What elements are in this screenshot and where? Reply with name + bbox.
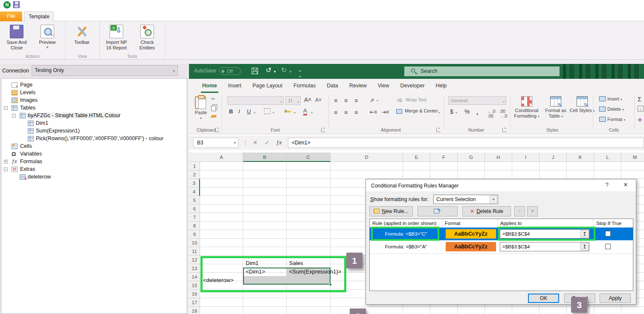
decrease-font-icon[interactable]: A˅ (315, 97, 322, 103)
row-header-8[interactable]: 8 (189, 222, 200, 230)
cancel-entry-icon[interactable]: ✕ (253, 138, 258, 148)
font-dialog-launcher-icon[interactable] (321, 128, 325, 132)
collapse-icon[interactable]: - (4, 106, 8, 110)
fill-color-icon[interactable]: ◊ (284, 108, 291, 112)
tree-item-levels[interactable]: Levels (1, 89, 35, 97)
tree-item-cells[interactable]: Cells (1, 143, 32, 150)
alignment-dialog-launcher-icon[interactable] (436, 128, 441, 132)
rule-row-1[interactable]: Formula: =$B3="C"AaBbCcYyZz=$B$3:$C$4↥ (370, 228, 633, 240)
import-np-16-report-button[interactable]: Import NP 16 Report (103, 24, 130, 50)
row-header-9[interactable]: 9 (189, 230, 200, 239)
tree-item-page[interactable]: Page (1, 81, 32, 89)
orientation-icon[interactable]: ⇗ (370, 97, 374, 104)
format-cells-button[interactable]: Format ▾ (599, 117, 625, 122)
delete-cells-button[interactable]: Delete ▾ (599, 107, 624, 112)
collapse-dialog-icon[interactable]: ↥ (580, 243, 589, 251)
row-header-6[interactable]: 6 (189, 205, 200, 213)
move-rule-down-button[interactable]: ˅ (527, 206, 538, 216)
save-icon[interactable] (13, 1, 20, 8)
accounting-format-icon[interactable]: $ (450, 108, 453, 115)
borders-icon[interactable] (264, 108, 270, 114)
row-header-7[interactable]: 7 (189, 213, 200, 222)
stop-if-true-checkbox[interactable] (605, 244, 611, 249)
connection-select[interactable]: Testing Only ▾ (32, 65, 178, 76)
save-and-close-button[interactable]: Save And Close (3, 24, 30, 50)
tab-file[interactable]: File (0, 12, 22, 21)
collapse-icon[interactable]: - (12, 114, 16, 118)
name-box[interactable]: B3 ▾ (193, 138, 238, 148)
collapse-icon[interactable]: - (4, 167, 8, 171)
autosave-toggle[interactable]: Off (219, 67, 241, 75)
row-header-1[interactable]: 1 (189, 162, 200, 170)
tree-item-formulas[interactable]: +ƒxFormulas (1, 158, 42, 166)
tree-item-images[interactable]: Images (1, 97, 38, 104)
ok-button[interactable]: OK (528, 294, 559, 303)
font-name-select[interactable]: ▾ (227, 96, 284, 105)
save-icon[interactable] (252, 68, 258, 74)
column-header-I[interactable]: I (512, 153, 540, 162)
bold-icon[interactable]: B (229, 108, 233, 115)
tree-item-pickrownoff000000ff000000ff[interactable]: Pick(Rowno(),'#FF0000','#00FF00','#0000F… (1, 135, 163, 143)
expand-icon[interactable]: + (4, 160, 8, 164)
rule-applies-to-input[interactable]: =$B$3:$C$4↥ (500, 242, 589, 251)
font-color-icon[interactable]: A (303, 107, 307, 115)
increase-indent-icon[interactable]: ⇥≡ (382, 109, 389, 115)
column-header-D[interactable]: D (331, 153, 403, 162)
ribbon-tab-help[interactable]: Help (430, 79, 453, 93)
align-center-icon[interactable]: ≡ (344, 109, 348, 116)
chevron-down-icon[interactable]: ▾ (294, 111, 296, 115)
column-header-E[interactable]: E (403, 153, 430, 162)
row-header-13[interactable]: 13 (189, 264, 200, 273)
number-dialog-launcher-icon[interactable] (502, 128, 507, 132)
edit-rule-button[interactable]: Edit Rule... (418, 206, 458, 216)
percent-style-icon[interactable]: % (464, 108, 470, 115)
insert-function-icon[interactable]: ƒx (276, 138, 282, 148)
apply-button[interactable]: Apply (600, 294, 631, 303)
tree-item-tables[interactable]: -Tables (1, 104, 35, 112)
merge-center-icon[interactable] (396, 109, 402, 114)
column-header-B[interactable]: B (243, 153, 287, 162)
format-as-table-button[interactable]: Format as Table ▾ (542, 96, 569, 119)
ribbon-tab-view[interactable]: View (372, 79, 395, 93)
rule-row-2[interactable]: Formula: =$B3="A"AaBbCcYyZz=$B$3:$C$4↥ (370, 240, 633, 253)
customize-quick-access-icon[interactable]: ⌄⌄ (298, 67, 302, 78)
tree-item-extras[interactable]: -Extras (1, 166, 35, 173)
row-header-10[interactable]: 10 (189, 239, 200, 247)
row-header-17[interactable]: 17 (189, 298, 200, 307)
toolbar-button[interactable]: Toolbar (69, 24, 95, 45)
check-entities-button[interactable]: Check Entities (134, 24, 160, 50)
clipboard-dialog-launcher-icon[interactable] (215, 128, 220, 132)
formula-input[interactable]: <Dim1> (288, 138, 644, 148)
increase-font-icon[interactable]: A˄ (304, 96, 312, 103)
column-header-A[interactable]: A (200, 153, 243, 162)
paste-button[interactable]: Paste▾ (195, 110, 207, 120)
column-header-F[interactable]: F (430, 153, 458, 162)
chevron-down-icon[interactable]: ▾ (438, 111, 440, 115)
fill-icon[interactable]: ↓ (638, 106, 644, 112)
underline-icon[interactable]: U (247, 108, 251, 115)
row-header-14[interactable]: 14 (189, 273, 200, 281)
row-header-15[interactable]: 15 (189, 281, 200, 290)
row-header-12[interactable]: 12 (189, 256, 200, 264)
confirm-entry-icon[interactable]: ✓ (265, 138, 270, 148)
italic-icon[interactable]: I (238, 108, 240, 115)
insert-cells-button[interactable]: Insert ▾ (599, 96, 622, 101)
tree-item-sumexpression1[interactable]: Sum(Expression1) (1, 127, 80, 135)
row-header-16[interactable]: 16 (189, 290, 200, 298)
format-painter-icon[interactable] (211, 115, 217, 118)
chevron-down-icon[interactable]: ▾ (254, 111, 255, 115)
delete-rule-button[interactable]: ✕Delete Rule (462, 206, 511, 216)
ribbon-tab-review[interactable]: Review (344, 79, 372, 93)
chevron-down-icon[interactable]: ▾ (273, 111, 274, 115)
new-rule-button[interactable]: New Rule... (369, 206, 413, 216)
column-header-M[interactable]: M (621, 153, 644, 162)
font-size-select[interactable]: 11▾ (285, 96, 301, 105)
ribbon-tab-data[interactable]: Data (321, 79, 343, 93)
comma-style-icon[interactable]: , (476, 108, 478, 115)
cut-icon[interactable]: ✂ (211, 96, 215, 102)
show-rules-select[interactable]: Current Selection ▾ (433, 195, 498, 204)
tree-item-variables[interactable]: ΩVariables (1, 150, 42, 158)
wrap-text-icon[interactable]: ab̲ (397, 97, 402, 102)
row-header-4[interactable]: 4 (189, 187, 200, 196)
increase-decimal-icon[interactable]: ←.0.00 (487, 109, 495, 118)
